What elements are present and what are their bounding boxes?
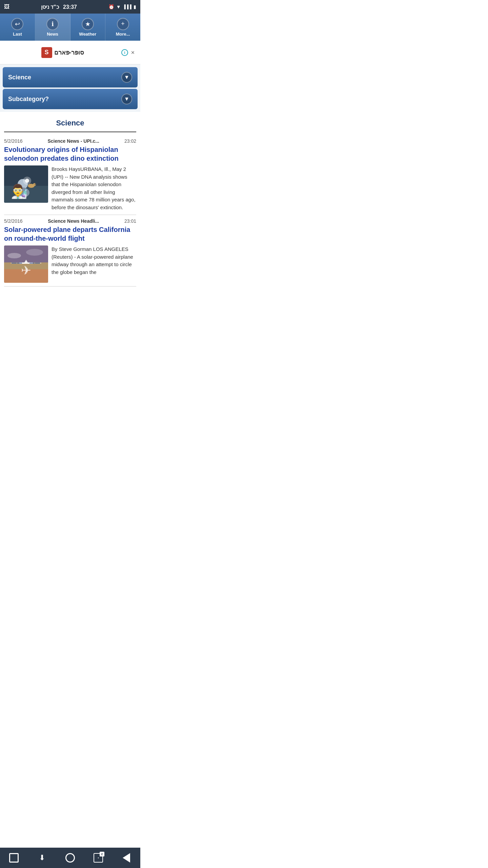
- nav-bar: ↩ Last ℹ News ★ Weather + More...: [0, 14, 140, 41]
- status-bar-center: 23:37 כ"ד ניסן: [41, 4, 77, 10]
- status-time: 23:37: [63, 4, 77, 10]
- news-source-2: Science News Headli...: [48, 218, 99, 224]
- news-text-1: Brooks HaysURBANA, Ill., May 2 (UPI) -- …: [52, 165, 136, 211]
- news-time-1: 23:02: [124, 138, 136, 144]
- subcategory-arrow: ▼: [121, 94, 132, 104]
- news-text-2: By Steve Gorman LOS ANGELES (Reuters) - …: [52, 245, 136, 283]
- weather-icon: ★: [82, 18, 94, 30]
- news-time-2: 23:01: [124, 218, 136, 224]
- svg-point-13: [26, 249, 43, 256]
- status-date: כ"ד ניסן: [41, 4, 59, 10]
- clock-icon: ⏰: [108, 4, 114, 9]
- photo-icon: 🖼: [4, 4, 9, 10]
- nav-item-news[interactable]: ℹ News: [35, 14, 70, 41]
- news-date-2: 5/2/2016: [4, 218, 23, 224]
- ad-content: S סופר-פארם: [4, 47, 121, 58]
- square-icon: [9, 853, 19, 863]
- news-thumbnail-2: [4, 245, 48, 283]
- section-title: Science: [4, 116, 136, 132]
- news-date-1: 5/2/2016: [4, 138, 23, 144]
- battery-icon: ▮: [134, 4, 136, 9]
- bottom-nav-windows[interactable]: ▪ 2: [84, 848, 112, 868]
- svg-rect-19: [29, 263, 35, 263]
- category-section: Science ▼ Subcategory? ▼: [0, 64, 140, 112]
- subcategory-dropdown[interactable]: Subcategory? ▼: [3, 89, 138, 109]
- nav-label-more: More...: [116, 32, 130, 37]
- windows-icon: ▪ 2: [94, 853, 103, 863]
- news-section: Science 5/2/2016 Science News - UPI.c...…: [0, 112, 140, 314]
- signal-icon: ▐▐▐: [123, 4, 131, 9]
- more-icon: +: [117, 18, 129, 30]
- news-item-2: 5/2/2016 Science News Headli... 23:01 So…: [4, 215, 136, 287]
- svg-point-12: [7, 253, 21, 258]
- ad-logo-icon: S: [41, 47, 52, 58]
- nav-label-last: Last: [13, 32, 22, 37]
- bottom-nav: ⬇ ▪ 2: [0, 848, 140, 868]
- news-headline-2[interactable]: Solar-powered plane departs California o…: [4, 225, 136, 243]
- ad-info-button[interactable]: i: [121, 49, 128, 56]
- status-bar-left: 🖼: [4, 4, 9, 10]
- category-label: Science: [8, 74, 31, 81]
- nav-item-weather[interactable]: ★ Weather: [70, 14, 106, 41]
- ad-controls: i ✕: [121, 49, 136, 56]
- svg-rect-17: [12, 263, 17, 263]
- ad-close-button[interactable]: ✕: [129, 49, 136, 56]
- nav-label-weather: Weather: [79, 32, 96, 37]
- wifi-icon: ▼: [116, 4, 121, 9]
- svg-point-5: [23, 177, 31, 185]
- nav-label-news: News: [47, 32, 58, 37]
- bottom-nav-download[interactable]: ⬇: [28, 848, 56, 868]
- news-meta-2: 5/2/2016 Science News Headli... 23:01: [4, 218, 136, 224]
- back-icon: [123, 853, 130, 863]
- bottom-nav-back[interactable]: [112, 848, 140, 868]
- bottom-nav-square[interactable]: [0, 848, 28, 868]
- download-icon: ⬇: [39, 853, 45, 862]
- category-arrow: ▼: [121, 72, 132, 83]
- svg-point-8: [35, 184, 36, 185]
- news-body-1: Brooks HaysURBANA, Ill., May 2 (UPI) -- …: [4, 165, 136, 211]
- svg-rect-1: [4, 186, 48, 203]
- last-icon: ↩: [11, 18, 23, 30]
- news-thumbnail-1: [4, 165, 48, 203]
- category-dropdown[interactable]: Science ▼: [3, 67, 138, 87]
- nav-item-last[interactable]: ↩ Last: [0, 14, 35, 41]
- news-body-2: By Steve Gorman LOS ANGELES (Reuters) - …: [4, 245, 136, 283]
- subcategory-label: Subcategory?: [8, 96, 49, 103]
- news-item-1: 5/2/2016 Science News - UPI.c... 23:02 E…: [4, 135, 136, 215]
- svg-rect-18: [17, 263, 22, 263]
- bottom-nav-home[interactable]: [56, 848, 84, 868]
- status-bar: 🖼 23:37 כ"ד ניסן ⏰ ▼ ▐▐▐ ▮: [0, 0, 140, 14]
- ad-logo: S סופר-פארם: [41, 47, 84, 58]
- svg-rect-11: [4, 269, 48, 283]
- news-source-1: Science News - UPI.c...: [47, 138, 99, 144]
- nav-item-more[interactable]: + More...: [105, 14, 140, 41]
- news-icon: ℹ: [46, 18, 59, 30]
- home-circle-icon: [65, 853, 75, 863]
- ad-banner: S סופר-פארם i ✕: [0, 41, 140, 64]
- windows-badge: 2: [100, 852, 104, 856]
- status-bar-right: ⏰ ▼ ▐▐▐ ▮: [108, 4, 136, 9]
- news-headline-1[interactable]: Evolutionary origins of Hispaniolan sole…: [4, 145, 136, 163]
- svg-rect-20: [35, 263, 40, 263]
- svg-point-3: [16, 188, 29, 198]
- news-meta-1: 5/2/2016 Science News - UPI.c... 23:02: [4, 138, 136, 144]
- ad-logo-text: סופר-פארם: [54, 49, 84, 56]
